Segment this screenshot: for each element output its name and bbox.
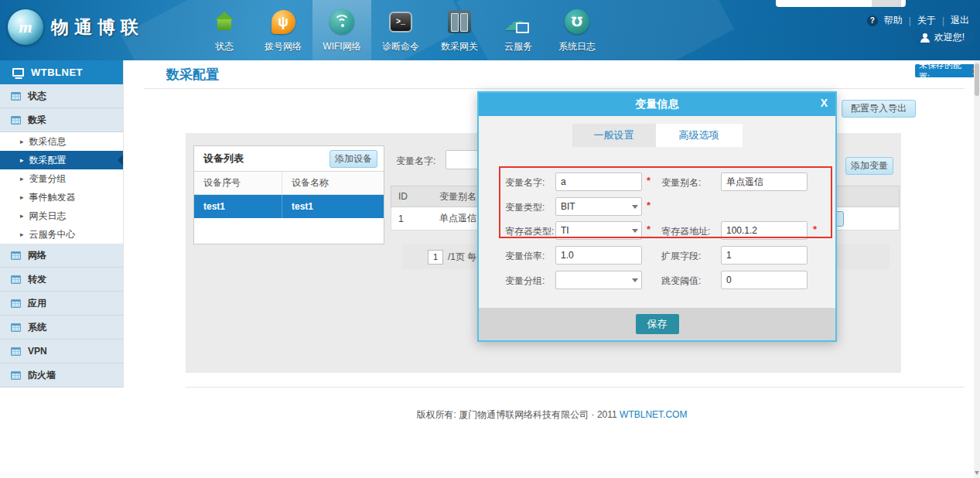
scrollbar-thumb[interactable] [975,63,979,96]
nav-item-system-log[interactable]: ℧ 系统日志 [548,0,606,60]
scrollbar-down-arrow[interactable] [975,471,979,475]
top-navbar: m 物通博联 状态 ψ 拨号网络 WIFI网络 >_ 诊断命令 [0,0,980,60]
variable-name-label: 变量名字: [505,176,545,189]
device-serial-cell: test1 [194,195,282,218]
variable-alias-label: 变量别名: [661,176,701,189]
table-icon [11,323,21,332]
nav-item-cloud-service[interactable]: ☁ 云服务 [489,0,548,60]
nav-label: 数采网关 [441,40,478,53]
sidebar-item-system[interactable]: 系统 [0,316,123,340]
about-link[interactable]: 关于 [917,14,936,27]
register-type-label: 寄存器类型: [505,225,554,238]
select-value: TI [561,225,569,236]
nav-item-diagnostic-command[interactable]: >_ 诊断命令 [371,0,430,60]
table-icon [11,371,21,380]
top-links: ? 帮助 | 关于 | 退出 [867,14,969,27]
jump-threshold-input[interactable]: 0 [721,271,808,289]
nav-item-dial-network[interactable]: ψ 拨号网络 [254,0,312,60]
sidebar-item-label: VPN [28,346,47,357]
sidebar-item-label: 事件触发器 [29,191,76,204]
table-icon [11,116,21,125]
page-number-input[interactable]: 1 [428,250,443,265]
help-link[interactable]: 帮助 [884,14,903,27]
sidebar-item-network[interactable]: 网络 [0,244,123,268]
modal-header: 变量信息 [479,93,835,116]
sidebar-item-status[interactable]: 状态 [0,84,123,108]
sidebar-item-dc-config[interactable]: ▸ 数采配置 [0,151,123,169]
chevron-right-icon: ▸ [20,138,24,145]
nav-item-status[interactable]: 状态 [195,0,254,60]
sidebar-item-dc-info[interactable]: ▸ 数采信息 [0,132,123,151]
divider [186,387,965,388]
divider [144,88,965,89]
app-root: m 物通博联 状态 ψ 拨号网络 WIFI网络 >_ 诊断命令 [0,0,980,478]
sidebar-item-data-collection[interactable]: 数采 [0,108,123,132]
sidebar-item-vpn[interactable]: VPN [0,340,123,364]
logout-link[interactable]: 退出 [951,14,969,27]
nav-item-wifi-network[interactable]: WIFI网络 [312,0,371,60]
sidebar-item-cloud-center[interactable]: ▸ 云服务中心 [0,225,123,244]
variable-type-select[interactable]: BIT [555,197,642,216]
modal-footer: 保存 [479,308,835,340]
add-device-button[interactable]: 添加设备 [330,150,377,168]
brand-logo: m 物通博联 [8,9,144,45]
variable-info-modal: 变量信息 X 一般设置 高级选项 变量名字: a * 变量别名: 单点遥信 变量… [477,91,837,342]
nav-label: 诊断命令 [382,40,419,53]
register-type-select[interactable]: TI [555,221,642,240]
sidebar-item-gateway-log[interactable]: ▸ 网关日志 [0,207,123,225]
input-value: 单点遥信 [726,176,763,189]
nav-label: 云服务 [504,40,532,53]
extend-field-input[interactable]: 1 [721,246,808,265]
pagination-text: /1页 每 [448,251,476,264]
sidebar-item-variable-group[interactable]: ▸ 变量分组 [0,169,123,188]
gateway-icon [448,7,471,36]
sidebar-item-application[interactable]: 应用 [0,292,123,316]
device-list-panel: 设备列表 添加设备 设备序号 设备名称 test1 test1 [193,145,384,244]
variable-name-input[interactable]: a [555,172,642,191]
chevron-right-icon: ▸ [20,156,24,164]
import-export-button[interactable]: 配置导入导出 [842,100,916,118]
stethoscope-icon: ℧ [565,7,589,36]
unsaved-config-badge: 未保存的配置: 1 [915,64,980,77]
extend-field-label: 扩展字段: [661,250,701,263]
search-button-fragment[interactable] [872,0,901,7]
search-input[interactable] [776,0,906,7]
tab-general-settings[interactable]: 一般设置 [572,124,656,147]
register-address-input[interactable]: 100.1.2 [721,221,808,240]
nav-label: WIFI网络 [323,40,360,53]
sidebar-item-firewall[interactable]: 防火墙 [0,364,123,388]
device-table-row[interactable]: test1 test1 [194,195,384,218]
tab-advanced-options[interactable]: 高级选项 [656,124,743,147]
variable-alias-input[interactable]: 单点遥信 [721,172,808,191]
variable-rate-input[interactable]: 1.0 [555,246,642,265]
dial-network-icon: ψ [271,7,295,36]
scrollbar[interactable] [974,60,980,478]
column-header: 变量别名 [439,190,476,203]
user-icon [920,33,930,43]
required-asterisk: * [647,175,650,186]
unsaved-label: 未保存的配置: [919,60,969,83]
required-asterisk: * [647,224,650,235]
chevron-right-icon: ▸ [20,175,24,183]
variable-group-select[interactable] [555,271,642,289]
sidebar-item-forward[interactable]: 转发 [0,268,123,292]
add-variable-button[interactable]: 添加变量 [845,157,893,175]
column-header: ID [391,191,439,202]
table-icon [11,275,21,284]
save-button[interactable]: 保存 [636,314,679,334]
house-icon [214,7,234,36]
cloud-icon: ☁ [504,7,533,36]
required-asterisk: * [647,200,650,211]
brand-name: 物通博联 [51,15,144,39]
sidebar-item-label: 系统 [28,321,46,334]
modal-title: 变量信息 [636,97,679,111]
close-icon[interactable]: X [821,97,828,109]
input-value: 1 [726,250,732,261]
welcome-badge[interactable]: 欢迎您! [913,29,975,46]
column-header: 设备序号 [194,172,282,195]
nav-item-data-gateway[interactable]: 数采网关 [430,0,489,60]
wifi-icon [330,7,354,36]
sidebar-item-event-trigger[interactable]: ▸ 事件触发器 [0,188,123,207]
footer-link[interactable]: WTBLNET.COM [620,409,687,420]
sidebar-title: WTBLNET [31,67,83,78]
